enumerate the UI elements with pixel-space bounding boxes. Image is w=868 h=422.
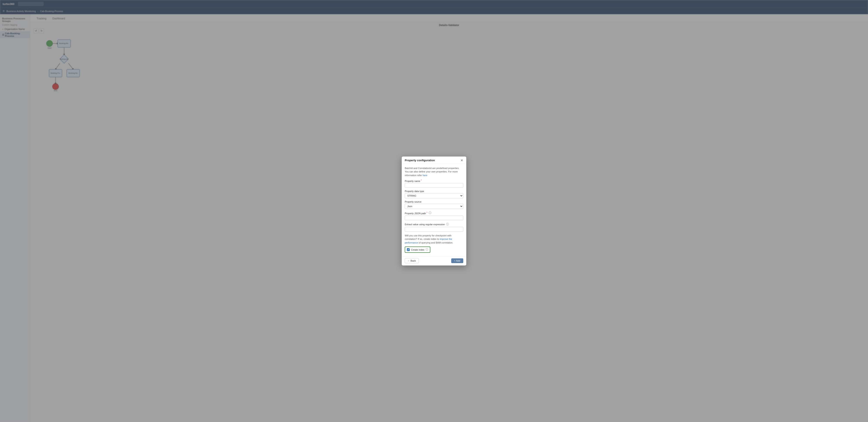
property-data-type-group: Property data type STRING NUMBER BOOLEAN… [405,190,463,198]
dialog-title: Property configuration [405,159,435,162]
property-json-path-input[interactable] [405,215,463,220]
dialog-header: Property configuration ✕ [402,156,466,164]
dialog-info-text: BatchId and CorrelationId are predefined… [405,167,463,177]
create-index-checkbox[interactable] [407,248,410,251]
extract-regex-label: Extract value using regular expression [405,223,445,225]
extract-regex-group: Extract value using regular expression ⓘ [405,222,463,232]
correlation-text: Will you use this property for checkpoin… [405,234,463,245]
create-index-row: Create index ⓘ [405,246,430,253]
property-name-group: Property name * [405,179,463,188]
create-index-info-icon[interactable]: ⓘ [426,248,428,251]
property-configuration-dialog: Property configuration ✕ BatchId and Cor… [402,156,466,266]
regex-info-icon[interactable]: ⓘ [446,222,449,226]
dialog-body: BatchId and CorrelationId are predefined… [402,164,466,255]
dialog-footer: ← Back + Add [402,256,466,266]
modal-overlay: Property configuration ✕ BatchId and Cor… [0,0,868,422]
property-data-type-select[interactable]: STRING NUMBER BOOLEAN DATE [405,193,463,198]
property-name-label: Property name * [405,179,463,182]
extract-regex-input[interactable] [405,227,463,232]
add-button[interactable]: + Add [451,259,463,263]
property-name-input[interactable] [405,183,463,188]
property-data-type-label: Property data type [405,190,463,192]
back-button[interactable]: ← Back [405,258,419,263]
json-path-info-icon[interactable]: ⓘ [429,211,431,215]
create-index-label: Create index [411,248,424,251]
close-button[interactable]: ✕ [461,159,463,162]
property-source-label: Property source [405,201,463,203]
property-source-select[interactable]: Json XML Header Custom [405,204,463,209]
property-json-path-group: Property JSON path * ⓘ [405,211,463,220]
here-link[interactable]: here [423,174,427,177]
property-source-group: Property source Json XML Header Custom [405,201,463,209]
property-json-path-label: Property JSON path * [405,211,427,215]
